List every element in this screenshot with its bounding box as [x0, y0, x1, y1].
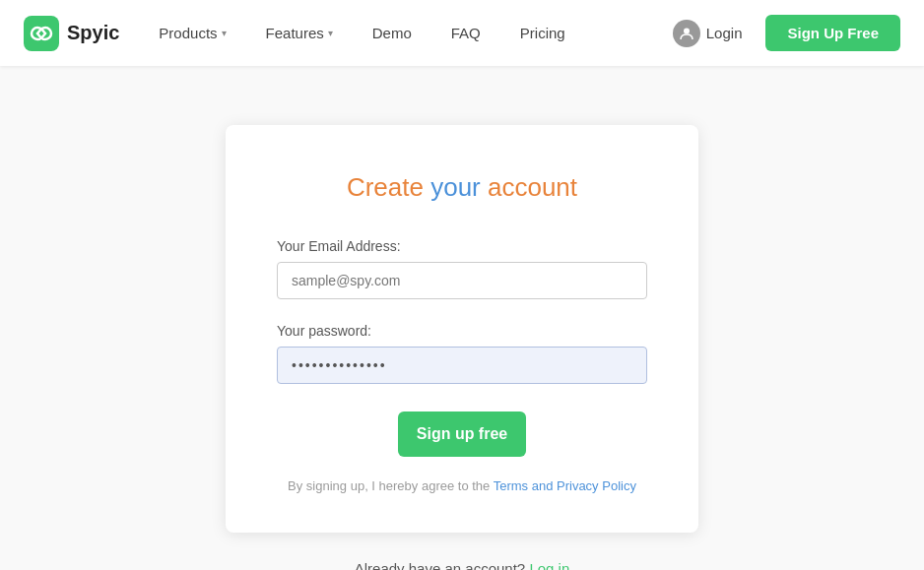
logo-link[interactable]: Spyic: [24, 16, 119, 51]
email-group: Your Email Address:: [277, 238, 647, 299]
log-in-link[interactable]: Log in: [529, 560, 569, 570]
nav-faq[interactable]: FAQ: [435, 17, 496, 49]
password-group: Your password:: [277, 323, 647, 384]
already-account-text: Already have an account? Log in: [355, 560, 570, 570]
nav-demo[interactable]: Demo: [357, 17, 428, 49]
title-create: Create: [347, 172, 430, 202]
password-label: Your password:: [277, 323, 647, 339]
card-title: Create your account: [277, 172, 647, 203]
logo-icon: [24, 16, 59, 51]
login-button[interactable]: Login: [657, 12, 759, 55]
nav-links: Products ▾ Features ▾ Demo FAQ Pricing: [143, 17, 656, 49]
nav-products[interactable]: Products ▾: [143, 17, 241, 49]
signup-card: Create your account Your Email Address: …: [226, 125, 698, 533]
title-your: your: [430, 172, 481, 202]
nav-right: Login Sign Up Free: [657, 12, 900, 55]
email-input[interactable]: [277, 262, 647, 299]
title-account: account: [481, 172, 577, 202]
terms-text: By signing up, I hereby agree to the Ter…: [277, 478, 647, 493]
navbar: Spyic Products ▾ Features ▾ Demo FAQ Pri…: [0, 0, 924, 66]
signup-button[interactable]: Sign up free: [398, 412, 526, 457]
nav-features[interactable]: Features ▾: [250, 17, 349, 49]
nav-signup-button[interactable]: Sign Up Free: [765, 15, 900, 51]
main-content: Create your account Your Email Address: …: [0, 66, 924, 570]
nav-pricing[interactable]: Pricing: [504, 17, 581, 49]
user-icon: [673, 20, 700, 47]
chevron-down-icon: ▾: [222, 28, 227, 38]
svg-point-1: [684, 28, 690, 33]
password-input[interactable]: [277, 347, 647, 384]
svg-rect-0: [24, 16, 59, 51]
terms-link[interactable]: Terms and Privacy Policy: [494, 478, 636, 493]
logo-text: Spyic: [67, 22, 119, 44]
chevron-down-icon: ▾: [328, 28, 333, 38]
email-label: Your Email Address:: [277, 238, 647, 254]
